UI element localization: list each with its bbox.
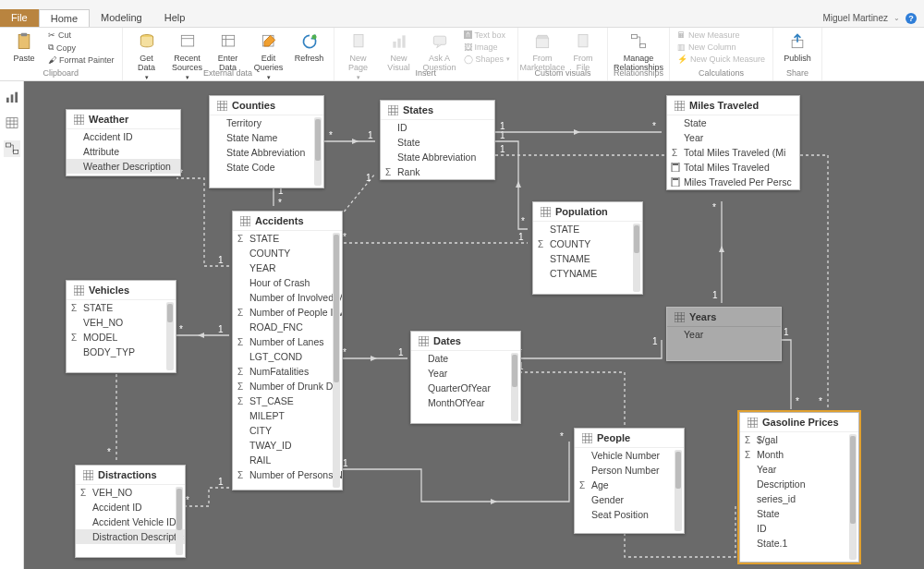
field[interactable]: ΣRank <box>381 164 494 179</box>
format-painter-button[interactable]: 🖌Format Painter <box>46 54 116 66</box>
field[interactable]: ΣMODEL <box>67 330 176 345</box>
field[interactable]: Accident ID <box>76 500 185 515</box>
field[interactable]: series_id <box>740 491 858 506</box>
field[interactable]: ΣNumFatalities <box>233 364 342 379</box>
publish-button[interactable]: Publish <box>779 30 816 65</box>
cut-button[interactable]: ✂Cut <box>46 30 116 41</box>
menu-help[interactable]: Help <box>153 9 197 27</box>
field[interactable]: State Abbreviation <box>210 145 323 160</box>
table-gasoline-prices[interactable]: Gasoline Prices Σ$/gal ΣMonth Year Descr… <box>739 412 859 563</box>
field[interactable]: Total Miles Traveled <box>667 160 799 175</box>
field[interactable]: ΣNumber of Lanes <box>233 334 342 349</box>
field[interactable]: STATE <box>533 222 642 236</box>
field[interactable]: ΣTotal Miles Traveled (Mi <box>667 145 799 160</box>
field[interactable]: COUNTY <box>233 246 342 260</box>
field[interactable]: Σ$/gal <box>740 432 858 447</box>
scrollbar[interactable] <box>675 450 682 531</box>
scrollbar[interactable] <box>849 434 857 560</box>
field[interactable]: MonthOfYear <box>411 395 520 410</box>
field[interactable]: CTYNAME <box>533 266 642 281</box>
table-states[interactable]: States ID State State Abbreviation ΣRank <box>380 100 495 180</box>
menu-home[interactable]: Home <box>39 9 90 27</box>
table-distractions[interactable]: Distractions ΣVEH_NO Accident ID Acciden… <box>75 465 186 558</box>
field[interactable]: Weather Description <box>67 159 180 174</box>
user-label[interactable]: Miguel Martinez ⌄ ? <box>815 9 924 27</box>
field[interactable]: ΣNumber of Persons N <box>233 467 342 482</box>
field[interactable]: State Name <box>210 130 323 145</box>
table-accidents[interactable]: Accidents ΣSTATE COUNTY YEAR Hour of Cra… <box>232 211 343 490</box>
model-canvas[interactable]: *1 1* 1* 1* *1 *1 1* 1* *1 *1 1* <box>24 81 924 569</box>
field[interactable]: Number of Involved V <box>233 290 342 305</box>
field[interactable]: Gender <box>575 492 684 507</box>
field[interactable]: State Abbreviation <box>381 150 494 164</box>
field[interactable]: State Code <box>210 160 323 175</box>
field[interactable]: Date <box>411 351 520 366</box>
manage-relationships-button[interactable]: Manage Relationships <box>620 30 657 74</box>
table-years[interactable]: Years Year <box>666 307 782 361</box>
refresh-button[interactable]: Refresh <box>291 30 328 65</box>
scrollbar[interactable] <box>633 224 640 292</box>
field[interactable]: TWAY_ID <box>233 438 342 453</box>
field[interactable]: ΣST_CASE <box>233 393 342 408</box>
field[interactable]: Description <box>740 477 858 491</box>
field[interactable]: Accident Vehicle ID <box>76 515 185 529</box>
table-counties[interactable]: Counties Territory State Name State Abbr… <box>209 95 324 188</box>
field[interactable]: STNAME <box>533 251 642 266</box>
field[interactable]: Miles Traveled Per Persc <box>667 175 799 189</box>
scrollbar[interactable] <box>511 353 518 421</box>
field[interactable]: Accident ID <box>67 129 180 144</box>
field[interactable]: ΣAge <box>575 478 684 492</box>
field[interactable]: MILEPT <box>233 408 342 423</box>
field[interactable]: VEH_NO <box>67 315 176 330</box>
field[interactable]: Distraction Descriptic <box>76 529 185 544</box>
field[interactable]: ΣNumber of Drunk Dri <box>233 379 342 393</box>
field[interactable]: Year <box>740 462 858 477</box>
field[interactable]: ID <box>740 521 858 536</box>
field[interactable]: Seat Position <box>575 507 684 522</box>
scrollbar[interactable] <box>166 302 174 370</box>
copy-button[interactable]: ⧉Copy <box>46 42 116 54</box>
scrollbar[interactable] <box>314 117 322 186</box>
table-population[interactable]: Population STATE ΣCOUNTY STNAME CTYNAME <box>532 201 643 295</box>
field[interactable]: Year <box>667 130 799 145</box>
field[interactable]: State <box>740 506 858 521</box>
table-vehicles[interactable]: Vehicles ΣSTATE VEH_NO ΣMODEL BODY_TYP <box>66 280 176 373</box>
field[interactable]: ΣSTATE <box>67 300 176 315</box>
model-view-button[interactable] <box>4 140 20 157</box>
field[interactable]: RAIL <box>233 453 342 467</box>
field[interactable]: ΣSTATE <box>233 231 342 246</box>
menu-modeling[interactable]: Modeling <box>90 9 153 27</box>
field[interactable]: Year <box>667 327 781 342</box>
field[interactable]: ΣMonth <box>740 447 858 462</box>
field[interactable]: ROAD_FNC <box>233 320 342 334</box>
field[interactable]: YEAR <box>233 260 342 275</box>
field[interactable]: State.1 <box>740 536 858 551</box>
field[interactable]: ΣNumber of People Inv <box>233 305 342 320</box>
table-people[interactable]: People Vehicle Number Person Number ΣAge… <box>574 428 685 534</box>
recent-sources-button[interactable]: Recent Sources▾ <box>169 30 206 83</box>
field[interactable]: Territory <box>210 115 323 130</box>
field[interactable]: LGT_COND <box>233 349 342 364</box>
paste-button[interactable]: Paste <box>6 30 43 65</box>
scrollbar[interactable] <box>176 487 183 555</box>
field[interactable]: ΣCOUNTY <box>533 236 642 251</box>
field[interactable]: Person Number <box>575 463 684 478</box>
data-view-button[interactable] <box>4 115 20 131</box>
table-dates[interactable]: Dates Date Year QuarterOfYear MonthOfYea… <box>410 331 521 424</box>
field[interactable]: Hour of Crash <box>233 275 342 290</box>
enter-data-button[interactable]: Enter Data <box>210 30 247 74</box>
field[interactable]: ΣVEH_NO <box>76 485 185 500</box>
scrollbar[interactable] <box>333 233 340 488</box>
get-data-button[interactable]: Get Data▾ <box>128 30 165 83</box>
report-view-button[interactable] <box>4 89 20 105</box>
field[interactable]: BODY_TYP <box>67 345 176 359</box>
menu-file[interactable]: File <box>0 9 39 27</box>
table-weather[interactable]: Weather Accident ID Attribute Weather De… <box>66 109 181 176</box>
help-icon[interactable]: ? <box>906 13 917 24</box>
field[interactable]: Vehicle Number <box>575 448 684 463</box>
edit-queries-button[interactable]: Edit Queries▾ <box>250 30 287 83</box>
field[interactable]: QuarterOfYear <box>411 381 520 395</box>
table-miles-traveled[interactable]: Miles Traveled State Year ΣTotal Miles T… <box>666 95 800 190</box>
field[interactable]: CITY <box>233 423 342 438</box>
field[interactable]: State <box>381 135 494 150</box>
